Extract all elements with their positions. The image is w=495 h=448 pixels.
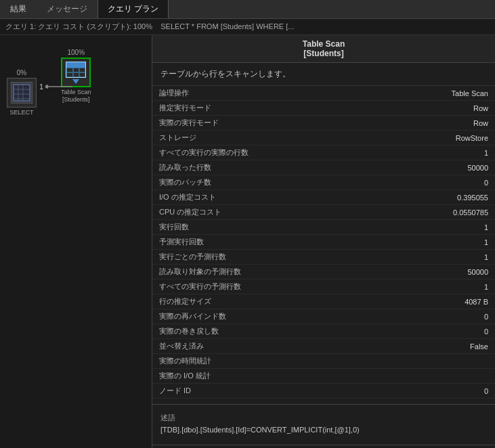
table-row: 実際の I/O 統計 <box>152 369 495 384</box>
prop-value <box>341 354 495 369</box>
query-info-bar: クエリ 1: クエリ コスト (スクリプト): 100% SELECT * FR… <box>0 19 495 35</box>
section-divider <box>152 404 495 405</box>
sections-container: 述語[TDB].[dbo].[Students].[Id]=CONVERT_IM… <box>152 404 495 448</box>
prop-value: Row <box>341 116 495 131</box>
prop-label: 実際のバッチ数 <box>152 175 341 190</box>
props-table: 論理操作Table Scan推定実行モードRow実際の実行モードRowストレージ… <box>152 86 495 399</box>
prop-value: 4087 B <box>341 294 495 309</box>
table-row: 実際の巻き戻し数0 <box>152 324 495 339</box>
prop-value: RowStore <box>341 131 495 145</box>
connector-arrow <box>45 81 76 92</box>
query-sql-text: SELECT * FROM [Students] WHERE [... <box>160 22 294 30</box>
plan-panel: 100% Tab <box>0 35 152 448</box>
section-divider <box>152 445 495 445</box>
prop-label: ノード ID <box>152 384 341 399</box>
table-row: 読み取り対象の予測行数50000 <box>152 265 495 279</box>
prop-value: 0 <box>341 175 495 190</box>
prop-label: 実際の実行モード <box>152 116 341 131</box>
table-row: 実際の時間統計 <box>152 354 495 369</box>
prop-label: 実際の時間統計 <box>152 354 341 369</box>
prop-value: False <box>341 339 495 354</box>
section-block: 述語[TDB].[dbo].[Students].[Id]=CONVERT_IM… <box>152 407 495 439</box>
table-row: ストレージRowStore <box>152 131 495 145</box>
ts-cell-6 <box>79 72 85 77</box>
select-percent-label: 0% <box>17 69 26 76</box>
prop-label: 実行回数 <box>152 220 341 235</box>
table-row: 実行ごとの予測行数1 <box>152 250 495 265</box>
table-row: 実際のバッチ数0 <box>152 175 495 190</box>
prop-label: 論理操作 <box>152 86 341 101</box>
table-row: 実行回数1 <box>152 220 495 235</box>
prop-value: 1 <box>341 279 495 294</box>
prop-label: 実際の再バインド数 <box>152 309 341 324</box>
tab-messages[interactable]: メッセージ <box>37 0 98 18</box>
section-value: [TDB].[dbo].[Students].[Id]=CONVERT_IMPL… <box>160 426 487 434</box>
table-row: すべての実行の予測行数1 <box>152 279 495 294</box>
prop-value: 0 <box>341 324 495 339</box>
table-scan-percent-label: 100% <box>67 49 85 56</box>
props-panel[interactable]: Table Scan [Students] テーブルから行をスキャンします。 論… <box>152 35 495 448</box>
table-row: 実際の実行モードRow <box>152 116 495 131</box>
prop-value: 1 <box>341 235 495 250</box>
table-row: 並べ替え済みFalse <box>152 339 495 354</box>
table-row: I/O の推定コスト0.395055 <box>152 190 495 205</box>
prop-label: CPU の推定コスト <box>152 205 341 220</box>
prop-label: 予測実行回数 <box>152 235 341 250</box>
prop-label: すべての実行の予測行数 <box>152 279 341 294</box>
ts-header <box>66 62 85 68</box>
prop-value: 0.395055 <box>341 190 495 205</box>
main-content: 100% Tab <box>0 35 495 448</box>
ts-cell-3 <box>79 68 85 72</box>
prop-label: 実行ごとの予測行数 <box>152 250 341 265</box>
prop-label: ストレージ <box>152 131 341 145</box>
select-node[interactable]: 0% SELECT <box>7 69 37 116</box>
prop-value: Row <box>341 101 495 116</box>
prop-label: 行の推定サイズ <box>152 294 341 309</box>
prop-label: 推定実行モード <box>152 101 341 116</box>
prop-value: Table Scan <box>341 86 495 101</box>
props-header: Table Scan [Students] <box>152 35 495 63</box>
prop-value: 0.0550785 <box>341 205 495 220</box>
prop-label: 並べ替え済み <box>152 339 341 354</box>
props-title: Table Scan <box>160 39 487 49</box>
table-row: 推定実行モードRow <box>152 101 495 116</box>
select-label: SELECT <box>9 109 33 116</box>
table-row: 予測実行回数1 <box>152 235 495 250</box>
prop-value: 1 <box>341 220 495 235</box>
svg-rect-0 <box>14 85 30 101</box>
props-intro-text: テーブルから行をスキャンします。 <box>152 63 495 86</box>
tab-query-plan[interactable]: クエリ プラン <box>98 0 169 18</box>
section-title: 述語 <box>160 413 487 423</box>
table-row: 論理操作Table Scan <box>152 86 495 101</box>
table-row: 読み取った行数50000 <box>152 160 495 175</box>
prop-value: 0 <box>341 384 495 399</box>
prop-label: 読み取り対象の予測行数 <box>152 265 341 279</box>
select-icon-box[interactable] <box>7 78 37 108</box>
prop-value: 1 <box>341 145 495 160</box>
props-subtitle: [Students] <box>160 49 487 58</box>
select-icon <box>11 82 33 104</box>
prop-value: 0 <box>341 309 495 324</box>
prop-value: 50000 <box>341 160 495 175</box>
prop-label: 読み取った行数 <box>152 160 341 175</box>
query-cost-text: クエリ 1: クエリ コスト (スクリプト): 100% <box>5 22 152 30</box>
prop-label: すべての実行の実際の行数 <box>152 145 341 160</box>
prop-value <box>341 369 495 384</box>
table-row: 実際の再バインド数0 <box>152 309 495 324</box>
tab-bar: 結果 メッセージ クエリ プラン <box>0 0 495 19</box>
table-row: CPU の推定コスト0.0550785 <box>152 205 495 220</box>
table-row: すべての実行の実際の行数1 <box>152 145 495 160</box>
prop-value: 50000 <box>341 265 495 279</box>
table-row: ノード ID0 <box>152 384 495 399</box>
tab-results[interactable]: 結果 <box>0 0 37 18</box>
prop-value: 1 <box>341 250 495 265</box>
table-row: 行の推定サイズ4087 B <box>152 294 495 309</box>
prop-label: 実際の I/O 統計 <box>152 369 341 384</box>
arrow-number: 1 <box>39 83 43 91</box>
prop-label: 実際の巻き戻し数 <box>152 324 341 339</box>
prop-label: I/O の推定コスト <box>152 190 341 205</box>
